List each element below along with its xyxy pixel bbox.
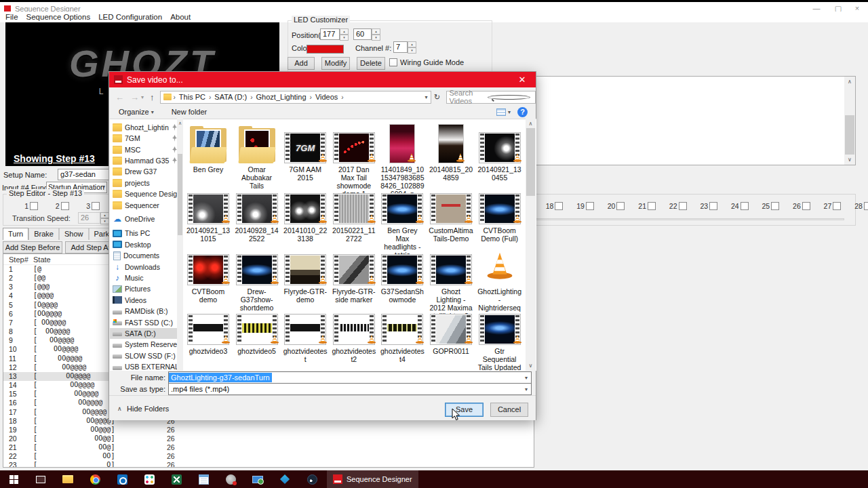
scroll-up-icon[interactable]: ∧ xyxy=(844,77,855,86)
cancel-button[interactable]: Cancel xyxy=(490,403,528,417)
list-item-20140928-142522[interactable]: 20140928_142522 xyxy=(235,182,279,243)
sidebar-item-hammad-g35[interactable]: Hammad G35 xyxy=(110,155,178,166)
led-checkbox-22[interactable] xyxy=(679,202,687,210)
list-item-drew-g37show-shortdemo[interactable]: Drew-G37show-shortdemo xyxy=(235,243,279,312)
table-row-step-21[interactable]: 21[ OO@]26 xyxy=(3,443,534,452)
led-checkbox-3[interactable] xyxy=(92,202,100,210)
list-item-ghoztvideo5[interactable]: ghoztvideo5 xyxy=(235,303,279,355)
table-row-step-20[interactable]: 20[ OO@@]26 xyxy=(3,434,534,443)
delete-button[interactable]: Delete xyxy=(357,57,385,70)
taskbar-icon-remote-desktop[interactable] xyxy=(244,470,271,488)
list-item-ghoztvideotest4[interactable]: ghoztvideotest4 xyxy=(380,303,425,363)
hide-folders-button[interactable]: Hide Folders xyxy=(127,405,169,413)
channel-stepper[interactable]: ▴▾ xyxy=(408,41,416,53)
list-item-20150221-112722[interactable]: 20150221_112722 xyxy=(332,182,376,243)
sidebar-item-sequence-desig[interactable]: Sequence Desig xyxy=(110,188,178,199)
taskbar-icon-outlook[interactable] xyxy=(108,470,136,488)
organize-button[interactable]: Organize xyxy=(119,108,149,116)
menu-item-led-configuration[interactable]: LED Configuration xyxy=(94,13,166,21)
table-row-step-19[interactable]: 19[ OO@@@]26 xyxy=(3,426,534,434)
led-checkbox-24[interactable] xyxy=(741,202,749,210)
refresh-icon[interactable]: ↻ xyxy=(431,91,443,104)
led-checkbox-21[interactable] xyxy=(648,202,656,210)
tab-show[interactable]: Show xyxy=(59,228,89,240)
list-item-cvtboom-demo[interactable]: CVTBoom demo xyxy=(186,243,231,304)
breadcrumb-this-pc[interactable]: This PC xyxy=(178,93,207,101)
taskbar-icon-slack[interactable] xyxy=(136,470,163,488)
position-y-stepper[interactable]: ▴▾ xyxy=(372,28,380,40)
add-button[interactable]: Add xyxy=(288,57,315,70)
channel-input[interactable]: 7 xyxy=(393,41,408,53)
sidebar-item-desktop[interactable]: Desktop xyxy=(110,239,178,250)
led-checkbox-18[interactable] xyxy=(555,202,563,210)
sidebar-item-documents[interactable]: Documents xyxy=(110,250,178,261)
led-checkbox-27[interactable] xyxy=(833,202,841,210)
modify-button[interactable]: Modify xyxy=(321,57,350,70)
sidebar-item-system-reserved[interactable]: System Reserved xyxy=(110,340,178,350)
list-item-20141010-223138[interactable]: 20141010_223138 xyxy=(283,182,328,243)
list-item-partial[interactable] xyxy=(186,361,231,371)
list-item-g37sedanshowmode[interactable]: G37SedanShowmode xyxy=(380,243,425,304)
list-item-cvtboom-demo-full[interactable]: CVTBoom Demo (Full) xyxy=(477,182,522,243)
sidebar-item-drew-g37[interactable]: Drew G37 xyxy=(110,167,178,178)
led-checkbox-25[interactable] xyxy=(771,202,779,210)
taskbar-app-button[interactable]: Sequence Designer xyxy=(327,470,418,488)
menu-item-sequence-options[interactable]: Sequence Options xyxy=(22,13,95,21)
taskbar-icon-file-explorer[interactable] xyxy=(54,470,81,488)
list-item-flyryde-gtr-side-marker[interactable]: Flyryde-GTR-side marker xyxy=(332,243,376,304)
list-item-20140921-131015[interactable]: 20140921_131015 xyxy=(186,182,231,243)
list-item-ghoztvideo3[interactable]: ghoztvideo3 xyxy=(186,303,231,355)
breadcrumb-sata-d[interactable]: SATA (D:) xyxy=(213,93,248,101)
list-item-7gm-aam-2015[interactable]: 7GM7GM AAM 2015 xyxy=(283,121,328,182)
led-checkbox-19[interactable] xyxy=(586,202,594,210)
dialog-titlebar[interactable]: Save video to... ✕ xyxy=(109,72,536,87)
led-checkbox-1[interactable] xyxy=(30,202,38,210)
led-list-scrollbar[interactable]: ∧ ∨ xyxy=(844,77,855,165)
transition-speed-input[interactable]: 26 xyxy=(78,212,100,224)
sidebar-item-downloads[interactable]: ↓Downloads xyxy=(110,262,178,272)
position-x-stepper[interactable]: ▴▾ xyxy=(340,28,349,40)
help-icon[interactable]: ? xyxy=(517,107,528,117)
menu-item-file[interactable]: File xyxy=(1,13,22,21)
breadcrumb-videos[interactable]: Videos xyxy=(314,93,339,101)
file-name-input[interactable]: GhoztLighting-g37-sedanTurn ▾ xyxy=(168,371,532,384)
dialog-close-icon[interactable]: ✕ xyxy=(509,75,536,85)
add-step-before-button[interactable]: Add Step Before xyxy=(3,241,62,253)
sidebar-item-onedrive[interactable]: ☁OneDrive xyxy=(110,214,178,225)
led-checkbox-28[interactable] xyxy=(864,202,868,210)
chevron-down-icon[interactable]: ▾ xyxy=(508,109,511,115)
list-item-gopr0011[interactable]: GOPR0011 xyxy=(429,303,473,355)
grid-scrollbar[interactable]: ∧ ∨ xyxy=(526,119,536,371)
up-icon[interactable]: ↑ xyxy=(150,92,155,102)
taskbar-icon-chrome[interactable] xyxy=(81,470,108,488)
new-folder-button[interactable]: New folder xyxy=(172,108,208,116)
led-checkbox-2[interactable] xyxy=(61,202,69,210)
breadcrumb[interactable]: ›This PC›SATA (D:)›Ghozt_Lighting›Videos… xyxy=(160,91,431,104)
taskbar-icon-start[interactable] xyxy=(0,470,27,488)
sidebar-item-sequencer[interactable]: Sequencer xyxy=(110,200,178,211)
taskbar-icon-steam[interactable] xyxy=(298,470,326,488)
back-icon[interactable]: ← xyxy=(115,92,124,102)
save-button[interactable]: Save xyxy=(445,403,484,417)
list-item-20140815-204859[interactable]: 20140815_204859 xyxy=(429,121,473,182)
sidebar-item-projects[interactable]: projects xyxy=(110,178,178,188)
sidebar-item-usb-external[interactable]: USB EXTERNAL ( xyxy=(110,361,178,371)
taskbar-icon-notepad[interactable] xyxy=(190,470,217,488)
breadcrumb-ghozt-lighting[interactable]: Ghozt_Lighting xyxy=(255,93,308,101)
sidebar-item-7gm[interactable]: 7GM xyxy=(110,133,178,144)
table-row-step-23[interactable]: 23[ O]26 xyxy=(3,461,534,468)
sidebar-item-pictures[interactable]: Pictures xyxy=(110,284,178,295)
taskbar-icon-excel[interactable] xyxy=(163,470,190,488)
view-mode-icon[interactable] xyxy=(496,108,506,116)
sidebar-item-this-pc[interactable]: This PC xyxy=(110,228,178,239)
led-checkbox-26[interactable] xyxy=(802,202,810,210)
sidebar-item-msc[interactable]: MSC xyxy=(110,144,178,155)
scroll-down-icon[interactable]: ∨ xyxy=(844,155,855,164)
position-x-input[interactable]: 177 xyxy=(320,28,340,40)
tab-turn[interactable]: Turn xyxy=(3,228,28,240)
taskbar-icon-task-view[interactable] xyxy=(27,470,54,488)
sidebar-item-videos[interactable]: Videos xyxy=(110,295,178,306)
list-item-ben-grey[interactable]: Ben Grey xyxy=(186,121,231,174)
color-swatch[interactable] xyxy=(307,45,344,54)
list-item-ghoztvideotest[interactable]: ghoztvideotest xyxy=(283,303,328,363)
